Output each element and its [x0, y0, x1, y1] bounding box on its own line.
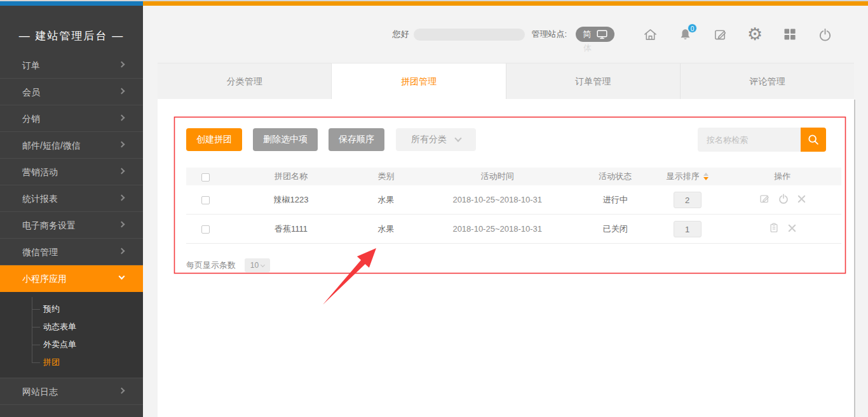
submenu-item-label: 动态表单: [43, 322, 76, 331]
edit-row-icon[interactable]: [759, 193, 770, 204]
sort-value-input[interactable]: 1: [674, 221, 702, 237]
sidebar-item-distribution[interactable]: 分销: [0, 105, 143, 132]
greeting-text: 您好: [392, 29, 409, 40]
chevron-right-icon: [119, 387, 125, 394]
chevron-right-icon: [119, 141, 125, 147]
manage-site-label: 管理站点:: [531, 29, 567, 40]
sidebar-item-miniprogram-apps[interactable]: 小程序应用: [0, 265, 143, 292]
header-sort: 显示排序: [651, 171, 723, 182]
language-wrapped-text: 体: [583, 43, 592, 54]
search-group: [698, 128, 826, 152]
row-checkbox[interactable]: [201, 225, 210, 234]
chevron-down-icon: [454, 135, 461, 142]
sidebar-item-label: 订单: [22, 60, 40, 70]
sidebar-item-statistics[interactable]: 统计报表: [0, 185, 143, 212]
group-category: 水果: [356, 194, 416, 206]
header-icon-group: 0 ⚙: [642, 27, 832, 42]
top-accent-bar: [0, 0, 868, 6]
sidebar-item-label: 会员: [22, 87, 40, 97]
chevron-right-icon: [119, 248, 125, 254]
settings-gear-icon[interactable]: ⚙: [747, 27, 763, 42]
sidebar: — 建站管理后台 — 订单 会员 分销 邮件/短信/微信 营销活动: [0, 6, 143, 417]
header-status: 活动状态: [580, 171, 651, 182]
page-root: — 建站管理后台 — 订单 会员 分销 邮件/短信/微信 营销活动: [0, 0, 868, 417]
sidebar-item-mail-sms-wechat[interactable]: 邮件/短信/微信: [0, 132, 143, 159]
search-button[interactable]: [801, 128, 826, 152]
page-size-select[interactable]: 10: [245, 258, 270, 272]
chevron-right-icon: [119, 168, 125, 174]
right-scroll-divider: [854, 100, 855, 417]
sidebar-item-ecommerce-settings[interactable]: 电子商务设置: [0, 212, 143, 239]
activity-status: 已关闭: [580, 223, 651, 235]
activity-status: 进行中: [580, 194, 651, 206]
sidebar-item-marketing[interactable]: 营销活动: [0, 159, 143, 185]
edit-icon[interactable]: [712, 27, 728, 42]
sort-desc-icon: [703, 177, 709, 180]
search-input[interactable]: [698, 128, 801, 152]
submenu-item-dynamic-forms[interactable]: 动态表单: [0, 318, 143, 336]
sidebar-submenu: 预约 动态表单 外卖点单 拼团: [0, 292, 143, 378]
sidebar-item-site-logs[interactable]: 网站日志: [0, 378, 143, 405]
header-name: 拼团名称: [226, 171, 356, 182]
header-time: 活动时间: [416, 171, 580, 182]
header-actions: 操作: [723, 171, 841, 182]
tab-comment-management[interactable]: 评论管理: [681, 63, 854, 99]
main-area: 您好 管理站点: 简 体: [143, 6, 868, 417]
sort-value-input[interactable]: 2: [674, 192, 702, 208]
sidebar-item-label: 邮件/短信/微信: [22, 140, 81, 150]
submenu-item-label: 拼团: [43, 357, 60, 367]
submenu-item-group-buying[interactable]: 拼团: [0, 354, 143, 371]
apps-grid-icon[interactable]: [782, 27, 797, 42]
chevron-right-icon: [119, 88, 125, 94]
save-order-button[interactable]: 保存顺序: [329, 128, 384, 151]
chevron-right-icon: [119, 61, 125, 67]
table-header-row: 拼团名称 类别 活动时间 活动状态 显示排序: [186, 168, 841, 185]
delete-selected-button[interactable]: 删除选中项: [253, 128, 318, 151]
row-checkbox[interactable]: [201, 196, 210, 204]
submenu-item-takeout-ordering[interactable]: 外卖点单: [0, 336, 143, 354]
sidebar-item-wechat-management[interactable]: 微信管理: [0, 239, 143, 265]
group-name: 辣椒1223: [226, 194, 356, 206]
sidebar-item-label: 统计报表: [22, 194, 58, 204]
page-size-label: 每页显示条数: [186, 260, 236, 271]
group-buy-table: 拼团名称 类别 活动时间 活动状态 显示排序: [186, 168, 841, 244]
sidebar-item-label: 电子商务设置: [22, 220, 76, 230]
power-toggle-icon[interactable]: [778, 193, 789, 204]
submenu-item-label: 外卖点单: [43, 340, 76, 349]
notification-badge: 0: [688, 23, 697, 33]
sort-asc-icon: [703, 173, 709, 176]
username-redacted: [414, 29, 525, 41]
sidebar-item-orders[interactable]: 订单: [0, 56, 143, 79]
create-group-buy-button[interactable]: 创建拼团: [186, 128, 242, 151]
language-pill-text: 简: [583, 29, 591, 40]
notifications-bell-icon[interactable]: 0: [677, 27, 693, 42]
chevron-down-icon: [119, 273, 125, 279]
chevron-right-icon: [119, 114, 125, 121]
category-filter-dropdown[interactable]: 所有分类: [396, 128, 476, 151]
power-logout-icon[interactable]: [817, 27, 832, 42]
toolbar: 创建拼团 删除选中项 保存顺序 所有分类: [186, 128, 841, 152]
delete-row-icon[interactable]: [787, 223, 797, 233]
sort-carets-icon[interactable]: [703, 173, 709, 180]
submenu-item-reservation[interactable]: 预约: [0, 300, 143, 318]
tab-category-management[interactable]: 分类管理: [158, 63, 332, 99]
sidebar-item-members[interactable]: 会员: [0, 79, 143, 105]
language-pill[interactable]: 简: [576, 27, 614, 42]
top-header: 您好 管理站点: 简 体: [143, 6, 868, 63]
delete-row-icon[interactable]: [797, 194, 806, 204]
app-title: — 建站管理后台 —: [0, 29, 143, 43]
home-icon[interactable]: [642, 27, 658, 42]
tab-bar: 分类管理 拼团管理 订单管理 评论管理: [158, 63, 854, 99]
table-row: 香蕉1111 水果 2018-10-25~2018-10-31 已关闭 1: [186, 215, 841, 244]
tab-order-management[interactable]: 订单管理: [506, 63, 681, 99]
language-switcher: 简 体: [576, 27, 614, 42]
content-card: 分类管理 拼团管理 订单管理 评论管理 创建拼团 删除选中项 保存顺序 所有分类: [158, 63, 854, 417]
group-name: 香蕉1111: [226, 223, 356, 235]
tab-group-buying-management[interactable]: 拼团管理: [332, 63, 506, 99]
activity-time: 2018-10-25~2018-10-31: [416, 224, 580, 234]
select-all-checkbox[interactable]: [201, 173, 210, 182]
clipboard-report-icon[interactable]: [768, 222, 780, 234]
submenu-item-label: 预约: [43, 304, 60, 314]
category-filter-label: 所有分类: [411, 134, 447, 145]
sidebar-item-label: 分销: [22, 114, 40, 124]
